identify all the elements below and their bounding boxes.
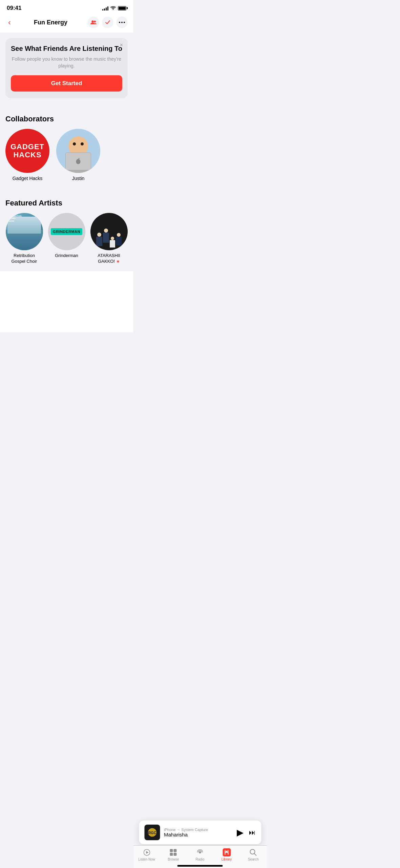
figure-3 — [110, 237, 115, 248]
card-close-button[interactable]: × — [120, 42, 123, 48]
figure-4 — [116, 233, 122, 245]
card-subtitle: Follow people you know to browse the mus… — [11, 56, 122, 69]
artist-name-grinderman: Grinderman — [55, 253, 78, 259]
atarashii-figures — [90, 213, 128, 250]
divider-2 — [0, 188, 133, 191]
atarashii-star: ★ — [116, 259, 120, 264]
atarashii-avatar — [90, 213, 128, 250]
grinderman-avatar: GRINDERMAN — [48, 213, 85, 250]
memoji-container — [56, 129, 100, 173]
gadget-hacks-avatar: GADGET HACKS — [5, 129, 49, 173]
more-icon — [119, 22, 125, 23]
figure-1 — [96, 233, 102, 246]
status-bar: 09:41 — [0, 0, 133, 14]
signal-icon — [102, 6, 108, 11]
memoji-eyes — [73, 142, 84, 145]
artists-list: RETRIBUTIONGOSPELCHOIR Retribution Gospe… — [5, 213, 128, 271]
friends-card-inner: × See What Friends Are Listening To Foll… — [5, 38, 128, 98]
artist-name-retribution: Retribution Gospel Choir — [12, 253, 37, 264]
page-title: Fun Energy — [34, 19, 67, 26]
artist-name-atarashii: ATARASHII GAKKO! ★ — [90, 253, 128, 264]
laptop-screen — [65, 153, 91, 170]
battery-icon — [118, 6, 126, 11]
nav-actions — [88, 17, 128, 28]
svg-point-3 — [119, 22, 120, 23]
get-started-button[interactable]: Get Started — [11, 75, 122, 92]
figure-2 — [103, 229, 109, 243]
svg-point-4 — [121, 22, 123, 23]
svg-point-2 — [94, 21, 96, 23]
retribution-avatar: RETRIBUTIONGOSPELCHOIR — [6, 213, 43, 250]
memoji-eye-right — [81, 142, 84, 145]
status-time: 09:41 — [7, 5, 21, 12]
nav-bar: ‹ Fun Energy — [0, 14, 133, 33]
friends-button[interactable] — [88, 17, 99, 28]
check-icon — [105, 20, 110, 24]
collaborator-gadget-hacks[interactable]: GADGET HACKS Gadget Hacks — [5, 129, 49, 181]
friends-card: × See What Friends Are Listening To Foll… — [0, 33, 133, 104]
collaborator-justin[interactable]: Justin — [56, 129, 100, 181]
artist-grinderman[interactable]: GRINDERMAN Grinderman — [48, 213, 85, 264]
apple-logo-icon — [75, 158, 81, 165]
grinderman-art: GRINDERMAN — [48, 213, 85, 250]
main-content: × See What Friends Are Listening To Foll… — [0, 33, 133, 332]
collaborators-title: Collaborators — [5, 115, 128, 123]
artist-retribution[interactable]: RETRIBUTIONGOSPELCHOIR Retribution Gospe… — [5, 213, 43, 264]
atarashii-art — [90, 213, 128, 250]
more-button[interactable] — [116, 17, 128, 28]
grinderman-text: GRINDERMAN — [51, 228, 82, 235]
svg-point-5 — [124, 22, 125, 23]
gadget-hacks-logo: GADGET HACKS — [5, 129, 49, 173]
featured-artists-title: Featured Artists — [5, 199, 128, 208]
svg-point-0 — [113, 9, 113, 10]
gadget-hacks-text-bottom: HACKS — [13, 151, 41, 159]
justin-avatar — [56, 129, 100, 173]
back-button[interactable]: ‹ — [5, 16, 14, 28]
divider — [0, 104, 133, 106]
check-button[interactable] — [102, 17, 113, 28]
collaborator-name-gadget: Gadget Hacks — [13, 176, 43, 181]
collaborators-section: Collaborators GADGET HACKS Gadget Hacks — [0, 106, 133, 188]
status-icons — [102, 6, 126, 11]
artist-atarashii[interactable]: ATARASHII GAKKO! ★ — [90, 213, 128, 264]
collaborator-name-justin: Justin — [72, 176, 85, 181]
laptop-base — [63, 170, 93, 173]
collaborators-list: GADGET HACKS Gadget Hacks — [5, 129, 128, 188]
retribution-art: RETRIBUTIONGOSPELCHOIR — [6, 213, 43, 250]
featured-artists-section: Featured Artists RETRIBUTIONGOSPELCHOIR … — [0, 191, 133, 271]
people-icon — [90, 20, 97, 25]
memoji-eye-left — [73, 142, 76, 145]
card-title: See What Friends Are Listening To — [11, 45, 122, 53]
retribution-text: RETRIBUTIONGOSPELCHOIR — [8, 215, 22, 222]
gadget-hacks-text-top: GADGET — [10, 143, 44, 151]
wifi-icon — [110, 6, 116, 10]
svg-point-1 — [91, 20, 94, 23]
